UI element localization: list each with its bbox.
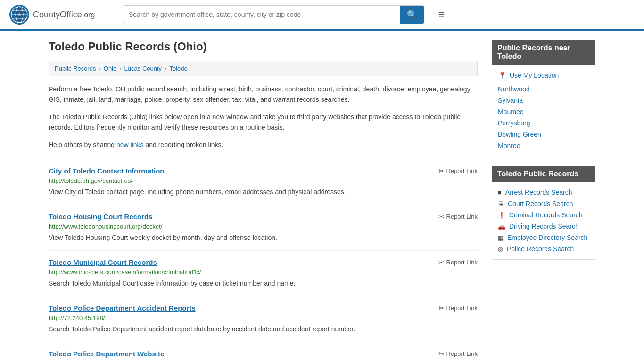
report-link[interactable]: ✂ Report Link [438,213,478,221]
nearby-link[interactable]: Maumee [498,106,589,117]
nearby-links: NorthwoodSylvaniaMaumeePerrysburgBowling… [498,83,589,151]
description-3: Help others by sharing new links and rep… [49,140,478,150]
hamburger-menu-icon[interactable]: ≡ [438,8,445,21]
report-link[interactable]: ✂ Report Link [438,167,478,175]
nearby-link[interactable]: Monroe [498,140,589,151]
record-type-icon: ■ [498,189,502,196]
record-type-icon: ◎ [498,246,503,253]
record-type-link[interactable]: Police Records Search [507,245,574,253]
records-list: City of Toledo Contact Information ✂ Rep… [49,159,478,362]
report-link[interactable]: ✂ Report Link [438,258,478,267]
record-title[interactable]: City of Toledo Contact Information [49,167,165,175]
new-links-link[interactable]: new links [116,141,144,148]
nearby-section: Public Records near Toledo 📍 Use My Loca… [492,40,595,156]
sidebar-record-item: 🚗 Driving Records Search [498,221,589,232]
use-location-button[interactable]: 📍 Use My Location [498,69,589,82]
record-title[interactable]: Toledo Housing Court Records [49,213,153,221]
report-icon: ✂ [438,167,445,175]
record-item: City of Toledo Contact Information ✂ Rep… [49,159,478,205]
record-url[interactable]: http://www.toledohousingcourt.org/docket… [49,223,478,230]
main-content: Toledo Public Records (Ohio) Public Reco… [49,40,478,362]
svg-point-7 [18,13,21,16]
site-header: CountyOffice.org 🔍 ≡ [0,0,644,31]
breadcrumb: Public Records › Ohio › Lucas County › T… [49,61,478,76]
record-type-icon: ▦ [498,234,504,241]
nearby-link[interactable]: Perrysburg [498,117,589,129]
breadcrumb-ohio[interactable]: Ohio [104,65,116,72]
report-link[interactable]: ✂ Report Link [438,304,478,313]
sidebar-record-item: ▦ Employee Directory Search [498,232,589,243]
sidebar-record-item: ■ Arrest Records Search [498,187,589,198]
sidebar-record-item: ◎ Police Records Search [498,243,589,255]
record-type-icon: ❗ [498,212,505,219]
record-type-icon: 🏛 [498,200,504,207]
record-type-link[interactable]: Driving Records Search [509,222,579,230]
record-type-link[interactable]: Court Records Search [508,200,573,207]
breadcrumb-lucas-county[interactable]: Lucas County [124,65,162,72]
record-item: Toledo Housing Court Records ✂ Report Li… [49,205,478,251]
report-icon: ✂ [438,304,445,313]
search-bar: 🔍 [123,5,424,24]
record-type-link[interactable]: Arrest Records Search [505,189,572,196]
logo-icon [9,5,29,25]
sidebar-record-item: 🏛 Court Records Search [498,198,589,209]
record-desc: Search Toledo Municipal Court case infor… [49,279,478,288]
toledo-records-section: Toledo Public Records ■ Arrest Records S… [492,166,595,260]
report-icon: ✂ [438,350,445,358]
nearby-link[interactable]: Northwood [498,83,589,95]
description-1: Perform a free Toledo, OH public record … [49,84,478,105]
record-title[interactable]: Toledo Police Department Website [49,350,164,358]
breadcrumb-public-records[interactable]: Public Records [55,65,96,72]
location-pin-icon: 📍 [498,71,507,80]
search-input[interactable] [123,7,400,22]
record-item: Toledo Police Department Accident Report… [49,296,478,342]
record-type-link[interactable]: Criminal Records Search [509,211,583,219]
logo-text: CountyOffice.org [33,10,95,20]
nearby-section-body: 📍 Use My Location NorthwoodSylvaniaMaume… [492,65,595,156]
breadcrumb-toledo[interactable]: Toledo [169,65,187,72]
record-url[interactable]: http://toledo.oh.gov/contact-us/ [49,177,478,184]
nearby-link[interactable]: Sylvania [498,95,589,106]
description-2: The Toledo Public Records (Ohio) links b… [49,112,478,133]
record-desc: Search Toledo Police Department accident… [49,324,478,334]
search-button[interactable]: 🔍 [400,6,424,24]
record-url[interactable]: http://72.240.45.198/ [49,314,478,321]
sidebar: Public Records near Toledo 📍 Use My Loca… [492,40,595,362]
record-item: Toledo Police Department Website ✂ Repor… [49,342,478,362]
record-type-icon: 🚗 [498,223,505,230]
toledo-records-body: ■ Arrest Records Search 🏛 Court Records … [492,182,595,260]
nearby-section-title: Public Records near Toledo [492,40,595,65]
toledo-records-title: Toledo Public Records [492,166,595,182]
record-title[interactable]: Toledo Municipal Court Records [49,258,157,266]
record-item: Toledo Municipal Court Records ✂ Report … [49,251,478,296]
logo[interactable]: CountyOffice.org [9,5,113,25]
record-title[interactable]: Toledo Police Department Accident Report… [49,304,196,312]
report-link[interactable]: ✂ Report Link [438,350,478,358]
content-wrapper: Toledo Public Records (Ohio) Public Reco… [39,31,605,362]
report-icon: ✂ [438,213,445,221]
nearby-link[interactable]: Bowling Green [498,129,589,140]
sidebar-record-item: ❗ Criminal Records Search [498,209,589,221]
record-desc: View Toledo Housing Court weekly docket … [49,233,478,243]
report-icon: ✂ [438,258,445,267]
page-title: Toledo Public Records (Ohio) [49,40,478,53]
record-type-link[interactable]: Employee Directory Search [507,234,587,241]
record-links: ■ Arrest Records Search 🏛 Court Records … [498,187,589,255]
record-url[interactable]: http://www.tmc-clerk.com/caseinformation… [49,269,478,276]
record-desc: View City of Toledo contact page, includ… [49,187,478,197]
